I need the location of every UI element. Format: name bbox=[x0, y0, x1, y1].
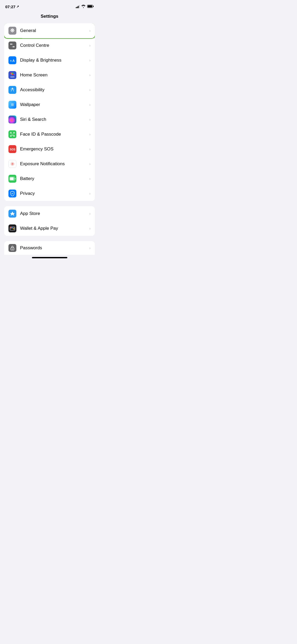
item-label-privacy: Privacy bbox=[20, 191, 88, 196]
exposure-icon bbox=[8, 160, 16, 168]
item-label-siri-search: Siri & Search bbox=[20, 117, 88, 122]
svg-rect-5 bbox=[10, 44, 12, 45]
svg-point-26 bbox=[12, 134, 12, 134]
svg-rect-10 bbox=[10, 73, 11, 74]
siri-icon bbox=[8, 116, 16, 123]
signal-icon bbox=[76, 5, 80, 8]
svg-rect-18 bbox=[10, 76, 15, 77]
chevron-icon-emergency-sos: › bbox=[89, 147, 91, 151]
svg-point-31 bbox=[12, 164, 13, 164]
svg-rect-17 bbox=[14, 74, 15, 75]
chevron-icon-display-brightness: › bbox=[89, 58, 91, 62]
svg-rect-37 bbox=[13, 229, 14, 229]
settings-item-wallet[interactable]: Wallet & Apple Pay› bbox=[4, 221, 95, 236]
settings-item-app-store[interactable]: App Store› bbox=[4, 206, 95, 221]
accessibility-icon bbox=[8, 86, 16, 94]
svg-rect-34 bbox=[10, 177, 14, 180]
settings-item-emergency-sos[interactable]: SOS Emergency SOS› bbox=[4, 142, 95, 157]
settings-item-battery[interactable]: Battery› bbox=[4, 171, 95, 186]
svg-point-3 bbox=[12, 30, 13, 31]
svg-rect-1 bbox=[93, 6, 94, 7]
appstore-icon bbox=[8, 210, 16, 218]
item-label-app-store: App Store bbox=[20, 211, 88, 216]
svg-rect-15 bbox=[11, 74, 12, 75]
location-icon: ↗ bbox=[16, 5, 19, 8]
chevron-icon-exposure: › bbox=[89, 162, 91, 166]
settings-item-siri-search[interactable]: Siri & Search› bbox=[4, 112, 95, 127]
settings-item-privacy[interactable]: Privacy› bbox=[4, 186, 95, 201]
svg-text:A: A bbox=[12, 59, 15, 63]
svg-rect-13 bbox=[14, 73, 15, 74]
svg-rect-22 bbox=[10, 132, 11, 133]
chevron-icon-home-screen: › bbox=[89, 73, 91, 77]
settings-list: General› Control Centre› A A Display & B… bbox=[0, 23, 99, 236]
chevron-icon-siri-search: › bbox=[89, 117, 91, 122]
aa-icon: A A bbox=[8, 56, 16, 64]
faceid-icon bbox=[8, 130, 16, 138]
svg-rect-24 bbox=[10, 135, 11, 136]
svg-text:A: A bbox=[10, 59, 12, 62]
svg-rect-25 bbox=[13, 135, 15, 136]
settings-group-group1: General› Control Centre› A A Display & B… bbox=[4, 23, 95, 201]
svg-point-41 bbox=[12, 249, 13, 250]
gear-icon bbox=[8, 27, 16, 35]
svg-rect-12 bbox=[13, 73, 14, 74]
item-label-face-id: Face ID & Passcode bbox=[20, 132, 88, 137]
partial-chevron-icon: › bbox=[89, 246, 91, 250]
settings-group-group2: App Store› Wallet & Apple Pay› bbox=[4, 206, 95, 236]
svg-rect-7 bbox=[13, 46, 15, 47]
item-label-accessibility: Accessibility bbox=[20, 87, 88, 93]
svg-rect-38 bbox=[10, 227, 11, 228]
svg-rect-16 bbox=[13, 74, 14, 75]
svg-text:SOS: SOS bbox=[10, 148, 15, 151]
privacy-icon bbox=[8, 190, 16, 197]
chevron-icon-app-store: › bbox=[89, 211, 91, 216]
passwords-icon bbox=[8, 244, 16, 252]
home-indicator bbox=[0, 255, 99, 260]
time-display: 07:27 bbox=[5, 4, 15, 9]
settings-item-display-brightness[interactable]: A A Display & Brightness› bbox=[4, 53, 95, 68]
item-label-exposure: Exposure Notifications bbox=[20, 161, 88, 167]
page-title: Settings bbox=[0, 12, 99, 23]
wifi-icon bbox=[81, 4, 86, 9]
svg-rect-14 bbox=[10, 74, 11, 75]
battery-icon bbox=[8, 175, 16, 183]
svg-point-27 bbox=[13, 134, 13, 134]
partial-row[interactable]: Passwords› bbox=[4, 241, 95, 255]
svg-rect-33 bbox=[15, 178, 15, 180]
svg-rect-36 bbox=[10, 228, 15, 228]
homescreen-icon bbox=[8, 71, 16, 79]
settings-item-exposure[interactable]: Exposure Notifications› bbox=[4, 157, 95, 171]
chevron-icon-battery: › bbox=[89, 177, 91, 181]
wallpaper-icon bbox=[8, 101, 16, 109]
settings-item-control-centre[interactable]: Control Centre› bbox=[4, 38, 95, 53]
status-icons bbox=[76, 4, 94, 9]
wallet-icon bbox=[8, 224, 16, 232]
settings-item-face-id[interactable]: Face ID & Passcode› bbox=[4, 127, 95, 142]
item-label-general: General bbox=[20, 28, 88, 33]
settings-item-wallpaper[interactable]: Wallpaper› bbox=[4, 97, 95, 112]
chevron-icon-accessibility: › bbox=[89, 88, 91, 92]
status-bar: 07:27 ↗ bbox=[0, 0, 99, 12]
item-label-battery: Battery bbox=[20, 176, 88, 181]
item-label-display-brightness: Display & Brightness bbox=[20, 58, 88, 63]
item-label-wallet: Wallet & Apple Pay bbox=[20, 226, 88, 231]
toggles-icon bbox=[8, 42, 16, 49]
status-time: 07:27 ↗ bbox=[5, 4, 19, 9]
item-label-wallpaper: Wallpaper bbox=[20, 102, 88, 107]
settings-item-home-screen[interactable]: Home Screen› bbox=[4, 68, 95, 82]
chevron-icon-wallpaper: › bbox=[89, 103, 91, 107]
chevron-icon-general: › bbox=[89, 29, 91, 33]
home-bar bbox=[32, 257, 67, 258]
svg-rect-23 bbox=[13, 132, 15, 133]
item-label-home-screen: Home Screen bbox=[20, 72, 88, 78]
chevron-icon-control-centre: › bbox=[89, 43, 91, 48]
chevron-icon-wallet: › bbox=[89, 226, 91, 231]
svg-point-21 bbox=[12, 104, 13, 105]
svg-rect-11 bbox=[11, 73, 12, 74]
settings-item-general[interactable]: General› bbox=[4, 23, 95, 38]
settings-item-accessibility[interactable]: Accessibility› bbox=[4, 82, 95, 97]
svg-rect-2 bbox=[88, 5, 92, 7]
partial-item-label: Passwords bbox=[20, 245, 88, 251]
item-label-control-centre: Control Centre bbox=[20, 43, 88, 48]
